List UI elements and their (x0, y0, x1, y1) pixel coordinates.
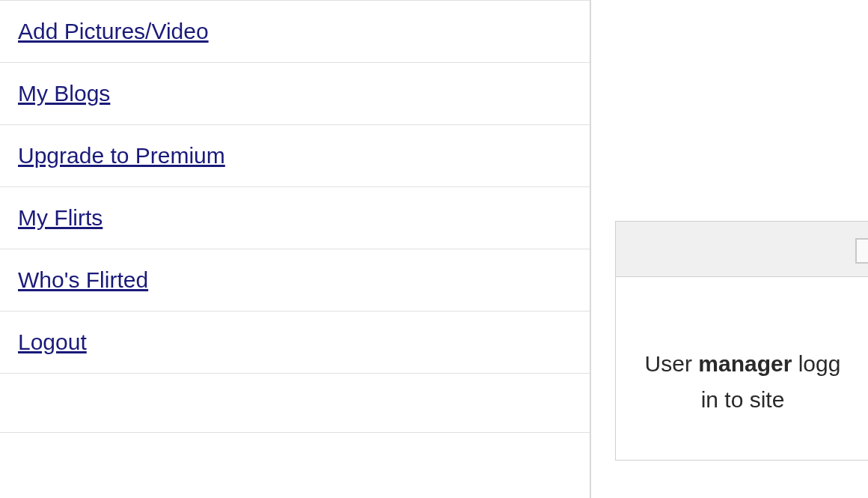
menu-item-whos-flirted: Who's Flirted (0, 249, 590, 312)
menu-item-logout: Logout (0, 311, 590, 374)
notification-body: User manager logg in to site (615, 277, 868, 461)
notification-text-suffix1: logg (792, 351, 840, 376)
menu-item-my-flirts: My Flirts (0, 186, 590, 249)
link-logout[interactable]: Logout (18, 330, 87, 354)
link-whos-flirted[interactable]: Who's Flirted (18, 267, 148, 292)
notification-text-line2: in to site (701, 387, 785, 412)
notification-panel: User manager logg in to site (615, 221, 868, 461)
menu-item-my-blogs: My Blogs (0, 62, 590, 125)
link-add-pictures-video[interactable]: Add Pictures/Video (18, 19, 209, 43)
sidebar-menu: Add Pictures/Video My Blogs Upgrade to P… (0, 0, 591, 498)
link-my-blogs[interactable]: My Blogs (18, 81, 110, 106)
menu-item-upgrade: Upgrade to Premium (0, 124, 590, 187)
notification-close-button[interactable] (855, 238, 868, 264)
notification-text-prefix: User (645, 351, 699, 376)
notification-username: manager (698, 351, 792, 376)
menu-item-add-pictures: Add Pictures/Video (0, 0, 590, 63)
notification-header (615, 221, 868, 277)
link-my-flirts[interactable]: My Flirts (18, 205, 103, 230)
link-upgrade-premium[interactable]: Upgrade to Premium (18, 143, 225, 168)
empty-menu-row (0, 373, 590, 433)
